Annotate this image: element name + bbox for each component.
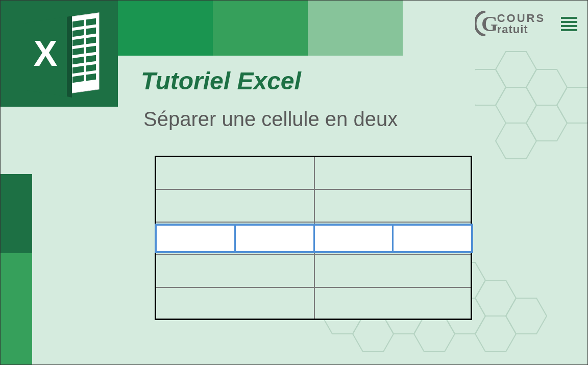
excel-icon: X [16, 11, 108, 103]
svg-marker-29 [475, 280, 516, 316]
svg-marker-20 [557, 87, 588, 123]
svg-marker-23 [496, 123, 536, 159]
sidebar-block-bottom [1, 253, 32, 365]
grid-horizontal-line [156, 287, 471, 288]
svg-marker-34 [414, 316, 455, 352]
selected-cell [236, 226, 315, 251]
page-title: Tutoriel Excel [141, 67, 301, 95]
table-illustration [155, 156, 472, 320]
logo-line2: ratuit [497, 24, 545, 35]
svg-marker-18 [526, 69, 567, 105]
selected-cell [315, 226, 394, 251]
svg-marker-36 [506, 298, 547, 334]
svg-marker-17 [496, 52, 536, 87]
logo-decoration-lines [561, 17, 577, 33]
selected-row [155, 224, 473, 253]
cours-gratuit-logo: G COURS ratuit [481, 10, 573, 38]
grid-horizontal-line [156, 189, 471, 190]
svg-marker-35 [475, 316, 516, 352]
svg-marker-21 [526, 105, 567, 141]
tile-2 [213, 1, 308, 56]
sidebar-block-mid [1, 174, 32, 253]
svg-marker-16 [67, 16, 72, 98]
svg-marker-33 [353, 316, 394, 352]
svg-marker-22 [475, 69, 506, 105]
page-subtitle: Séparer une cellule en deux [143, 108, 398, 131]
hex-decoration-1 [475, 41, 588, 174]
logo-line1: COURS [497, 13, 545, 24]
svg-marker-19 [496, 87, 536, 123]
tile-1 [118, 1, 213, 56]
grid-horizontal-line [156, 222, 471, 223]
tile-3 [308, 1, 403, 56]
selected-cell [157, 226, 236, 251]
excel-letter: X [34, 34, 58, 74]
selected-cell [394, 226, 471, 251]
grid-horizontal-line [156, 254, 471, 255]
